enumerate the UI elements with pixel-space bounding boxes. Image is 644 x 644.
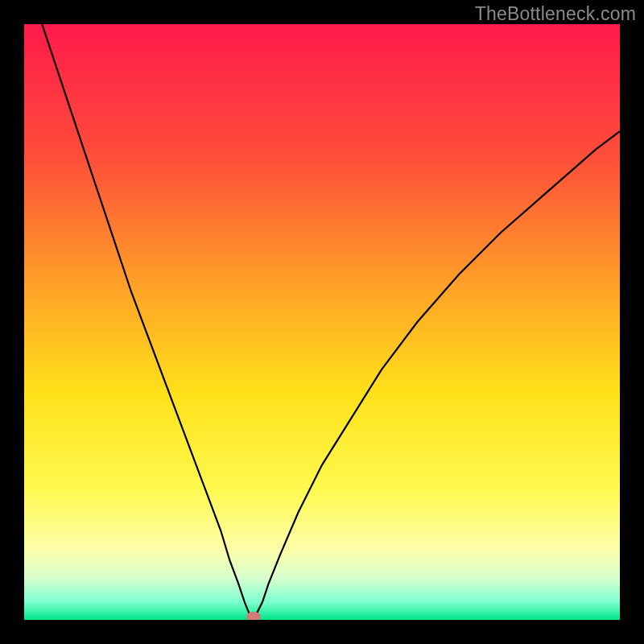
gradient-background xyxy=(24,24,620,620)
chart-svg xyxy=(24,24,620,620)
chart-frame: TheBottleneck.com xyxy=(0,0,644,644)
watermark-text: TheBottleneck.com xyxy=(475,3,636,25)
chart-plot-area xyxy=(24,24,620,620)
